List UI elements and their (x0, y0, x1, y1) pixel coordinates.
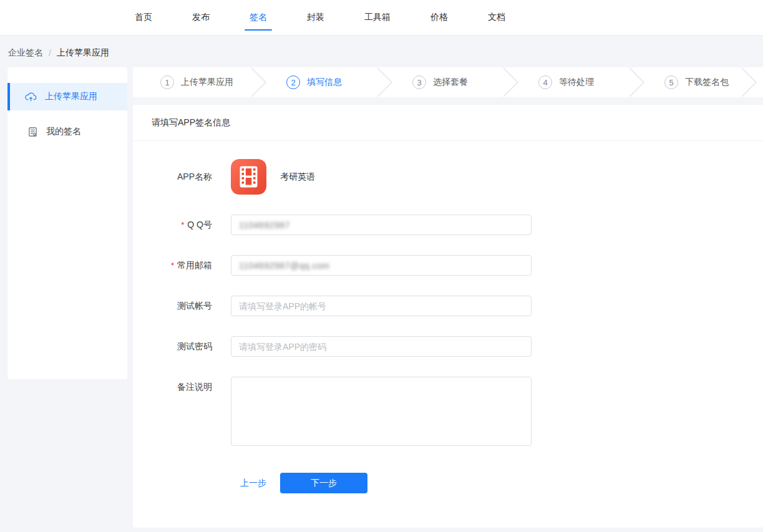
signing-info-panel: 请填写APP签名信息 APP名称 (133, 105, 763, 528)
app-name-row: APP名称 (133, 159, 763, 195)
breadcrumb-current: 上传苹果应用 (57, 47, 109, 59)
label-text: 测试帐号 (177, 301, 212, 312)
nav-item-packaging[interactable]: 封装 (302, 0, 329, 35)
required-asterisk: * (181, 220, 184, 230)
signing-info-form: APP名称 (133, 141, 763, 493)
email-blurred-value: 1104692987@qq.com (239, 261, 329, 271)
required-asterisk: * (171, 261, 174, 270)
chevron-right-icon (377, 67, 393, 97)
qq-input[interactable]: 1104692987 (231, 215, 532, 235)
test-password-label: 测试密码 (133, 341, 212, 352)
step-label: 上传苹果应用 (181, 77, 233, 88)
nav-item-toolbox[interactable]: 工具箱 (359, 0, 396, 35)
film-app-icon (231, 159, 266, 195)
app-name-text: 考研英语 (280, 172, 315, 183)
nav-item-publish[interactable]: 发布 (187, 0, 215, 35)
signature-doc-icon (27, 127, 38, 137)
step-label: 下载签名包 (685, 77, 729, 88)
test-account-label: 测试帐号 (133, 301, 212, 312)
step-label: 选择套餐 (433, 77, 468, 88)
form-actions: 上一步 下一步 (240, 473, 763, 493)
qq-row: * Q Q号 1104692987 (133, 215, 763, 235)
email-row: * 常用邮箱 1104692987@qq.com (133, 255, 763, 276)
cloud-upload-icon (25, 92, 37, 102)
sidebar-item-upload-ios-app[interactable]: 上传苹果应用 (7, 83, 127, 110)
label-text: APP名称 (177, 172, 212, 183)
label-text: 测试密码 (177, 341, 212, 352)
chevron-right-icon (503, 67, 519, 97)
nav-item-docs[interactable]: 文档 (483, 0, 510, 35)
step-number: 2 (286, 75, 300, 89)
remark-label: 备注说明 (133, 382, 212, 393)
breadcrumb-parent[interactable]: 企业签名 (8, 47, 43, 59)
step-2-fill-info: 2 填写信息 (259, 67, 385, 97)
email-label: * 常用邮箱 (133, 260, 212, 271)
email-input[interactable]: 1104692987@qq.com (231, 255, 532, 276)
step-number: 4 (538, 75, 552, 89)
nav-item-pricing[interactable]: 价格 (425, 0, 453, 35)
test-account-input[interactable] (231, 296, 532, 316)
prev-step-link[interactable]: 上一步 (240, 478, 266, 489)
label-text: 常用邮箱 (177, 260, 212, 271)
sidebar-item-my-signatures[interactable]: 我的签名 (7, 118, 127, 145)
test-account-row: 测试帐号 (133, 296, 763, 316)
test-password-row: 测试密码 (133, 336, 763, 357)
step-label: 填写信息 (307, 77, 342, 88)
step-number: 3 (412, 75, 426, 89)
steps-wizard: 1 上传苹果应用 2 填写信息 3 选择套餐 4 等待处理 5 下载签名包 (133, 67, 763, 97)
step-label: 等待处理 (559, 77, 594, 88)
step-3-choose-plan: 3 选择套餐 (385, 67, 511, 97)
sidebar-item-label: 上传苹果应用 (45, 91, 97, 102)
panel-header: 请填写APP签名信息 (133, 105, 763, 141)
sidebar: 上传苹果应用 我的签名 (7, 67, 127, 379)
remark-textarea[interactable] (231, 377, 532, 446)
app-name-label: APP名称 (133, 172, 212, 183)
step-1-upload-app: 1 上传苹果应用 (133, 67, 259, 97)
qq-blurred-value: 1104692987 (239, 220, 290, 230)
nav-item-home[interactable]: 首页 (130, 0, 157, 35)
nav-item-signing[interactable]: 签名 (245, 0, 272, 35)
sidebar-item-label: 我的签名 (46, 126, 81, 137)
remark-row: 备注说明 (133, 377, 763, 446)
chevron-right-icon (251, 67, 267, 97)
next-step-button[interactable]: 下一步 (280, 473, 367, 493)
label-text: 备注说明 (177, 382, 212, 393)
top-navigation-bar: 首页 发布 签名 封装 工具箱 价格 文档 (0, 0, 763, 36)
test-password-input[interactable] (231, 336, 532, 357)
label-text: Q Q号 (187, 220, 212, 231)
main-nav: 首页 发布 签名 封装 工具箱 价格 文档 (130, 0, 540, 35)
panel-title: 请填写APP签名信息 (152, 117, 230, 128)
app-name-value: 考研英语 (231, 159, 315, 195)
step-4-wait-processing: 4 等待处理 (511, 67, 637, 97)
chevron-right-icon (741, 67, 757, 97)
step-number: 1 (160, 75, 174, 89)
chevron-right-icon (629, 67, 645, 97)
qq-label: * Q Q号 (133, 220, 212, 231)
step-number: 5 (664, 75, 678, 89)
breadcrumb: 企业签名 / 上传苹果应用 (8, 47, 109, 59)
breadcrumb-separator: / (49, 48, 51, 58)
